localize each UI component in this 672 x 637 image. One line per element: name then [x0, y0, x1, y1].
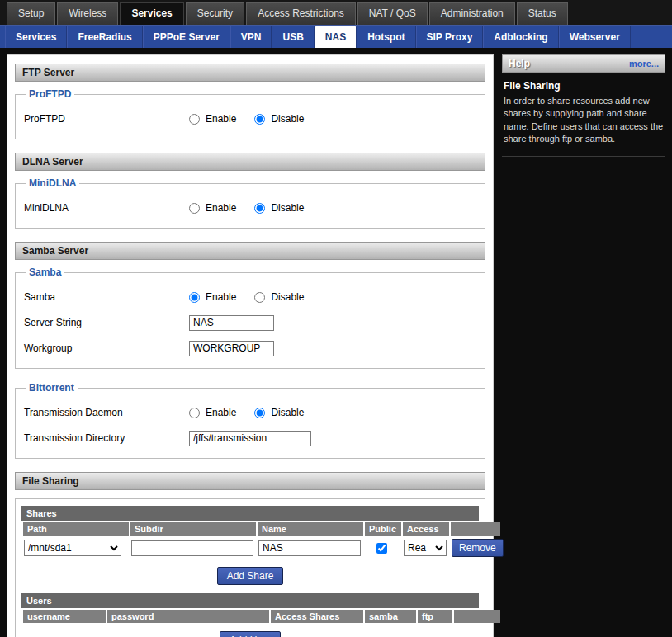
minidlna-disable-radio[interactable] [254, 203, 265, 214]
subtab-sip-proxy[interactable]: SIP Proxy [416, 26, 484, 48]
samba-enable-radio[interactable] [189, 292, 200, 303]
samba-disable-label: Disable [271, 291, 304, 303]
subtab-freeradius[interactable]: FreeRadius [67, 26, 142, 48]
tab-security[interactable]: Security [186, 2, 244, 25]
users-col-password: password [107, 610, 269, 623]
subtab-adblocking[interactable]: Adblocking [483, 26, 558, 48]
shares-table-title: Shares [21, 506, 479, 521]
proftpd-disable-radio[interactable] [254, 114, 265, 125]
transmission-directory-input[interactable] [189, 431, 311, 446]
users-col-access-shares: Access Shares [271, 610, 363, 623]
workgroup-label: Workgroup [24, 342, 189, 354]
nas-settings-panel: FTP Server ProFTPD ProFTPD Enable Disabl… [7, 54, 494, 637]
samba-enable-label: Enable [206, 291, 236, 303]
samba-fieldset: Samba Samba Enable Disable Server String [15, 267, 485, 369]
bittorrent-fieldset: Bittorrent Transmission Daemon Enable Di… [15, 382, 485, 459]
subtab-vpn[interactable]: VPN [230, 26, 272, 48]
tab-nat-qos[interactable]: NAT / QoS [357, 2, 428, 25]
share-public-checkbox[interactable] [376, 543, 387, 554]
file-sharing-tables: Shares Path Subdir Name Public Access [15, 498, 485, 637]
samba-disable-radio[interactable] [254, 292, 265, 303]
tab-access-restrictions[interactable]: Access Restrictions [246, 2, 356, 25]
subtab-nas[interactable]: NAS [315, 26, 357, 48]
share-access-select[interactable]: Rea [404, 540, 447, 556]
subtab-usb[interactable]: USB [272, 26, 314, 48]
workgroup-input[interactable] [189, 341, 274, 356]
samba-label: Samba [24, 291, 189, 303]
share-row: /mnt/sda1 Rea Remove [23, 537, 500, 559]
server-string-label: Server String [24, 317, 189, 328]
minidlna-fieldset: MiniDLNA MiniDLNA Enable Disable [15, 177, 485, 229]
bittorrent-legend: Bittorrent [26, 382, 78, 394]
proftpd-disable-label: Disable [271, 113, 304, 125]
minidlna-disable-label: Disable [271, 202, 304, 214]
proftpd-enable-radio[interactable] [189, 114, 200, 125]
subtab-services[interactable]: Services [5, 26, 67, 48]
subtab-pppoe-server[interactable]: PPPoE Server [143, 26, 230, 48]
dlna-server-header: DLNA Server [15, 153, 485, 171]
subtab-hotspot[interactable]: Hotspot [357, 26, 415, 48]
shares-col-name: Name [258, 522, 363, 536]
server-string-input[interactable] [189, 315, 274, 331]
add-user-button[interactable]: Add User [220, 631, 281, 637]
transmission-enable-radio[interactable] [189, 408, 200, 418]
services-sub-nav: Services FreeRadius PPPoE Server VPN USB… [0, 25, 672, 48]
ftp-server-header: FTP Server [15, 64, 485, 82]
shares-header-row: Path Subdir Name Public Access [23, 522, 500, 536]
proftpd-label: ProFTPD [24, 113, 189, 125]
subtab-webserver[interactable]: Webserver [559, 26, 631, 48]
tab-services[interactable]: Services [120, 2, 183, 25]
share-subdir-input[interactable] [131, 540, 253, 556]
shares-table: Path Subdir Name Public Access /mnt/sda1 [21, 521, 502, 560]
main-nav: SetupWirelessServicesSecurityAccess Rest… [0, 0, 672, 25]
help-title: Help [509, 58, 530, 69]
help-more-link[interactable]: more... [629, 59, 659, 68]
minidlna-enable-label: Enable [206, 202, 236, 214]
help-heading: File Sharing [504, 80, 664, 92]
proftpd-enable-label: Enable [206, 113, 236, 125]
tab-administration[interactable]: Administration [429, 2, 515, 25]
shares-col-access: Access [403, 522, 449, 536]
file-sharing-header: File Sharing [15, 472, 485, 490]
remove-share-button[interactable]: Remove [452, 539, 504, 557]
samba-legend: Samba [26, 267, 64, 278]
samba-server-header: Samba Server [15, 242, 485, 260]
users-header-row: username password Access Shares samba ft… [23, 610, 500, 623]
transmission-directory-label: Transmission Directory [24, 432, 189, 444]
users-col-ftp: ftp [418, 610, 452, 623]
users-table: username password Access Shares samba ft… [21, 608, 502, 625]
tab-wireless[interactable]: Wireless [57, 2, 118, 25]
help-text: In order to share resources add new shar… [504, 95, 664, 146]
minidlna-enable-radio[interactable] [189, 203, 200, 214]
transmission-daemon-label: Transmission Daemon [24, 407, 189, 418]
users-col-samba: samba [365, 610, 416, 623]
shares-col-subdir: Subdir [130, 522, 256, 536]
proftpd-fieldset: ProFTPD ProFTPD Enable Disable [15, 88, 485, 139]
shares-col-actions [451, 522, 500, 536]
shares-col-public: Public [365, 522, 401, 536]
transmission-disable-label: Disable [271, 407, 304, 418]
transmission-enable-label: Enable [206, 407, 236, 418]
shares-col-path: Path [23, 522, 129, 536]
share-name-input[interactable] [258, 540, 361, 556]
transmission-disable-radio[interactable] [254, 408, 265, 418]
tab-setup[interactable]: Setup [7, 2, 55, 25]
users-col-username: username [23, 610, 106, 623]
users-table-title: Users [21, 593, 479, 608]
tab-status[interactable]: Status [517, 2, 568, 25]
proftpd-legend: ProFTPD [26, 88, 74, 100]
minidlna-legend: MiniDLNA [26, 177, 79, 189]
add-share-button[interactable]: Add Share [217, 567, 284, 585]
help-panel: Help more... File Sharing In order to sh… [502, 54, 665, 157]
share-path-select[interactable]: /mnt/sda1 [24, 540, 121, 556]
minidlna-label: MiniDLNA [24, 202, 189, 214]
users-col-actions [454, 610, 500, 623]
